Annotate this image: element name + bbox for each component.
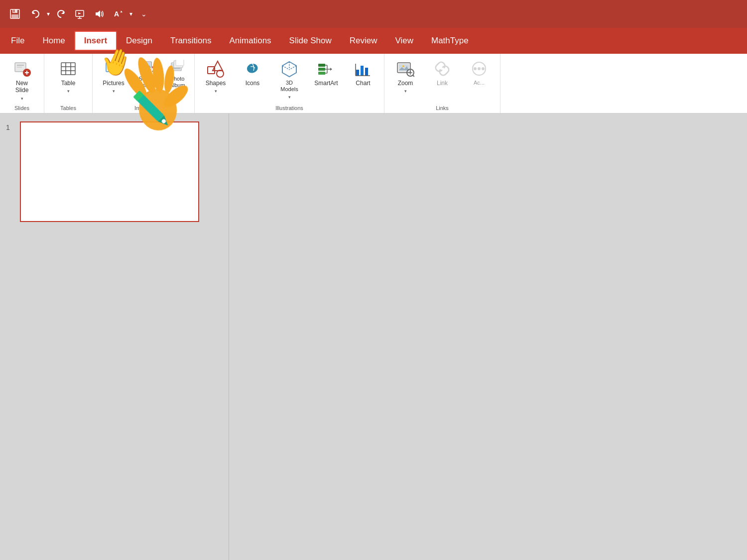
pictures-button[interactable]: Pictures ▾ 🤚: [96, 57, 131, 101]
svg-rect-43: [176, 60, 184, 66]
svg-marker-10: [96, 10, 100, 17]
menu-review[interactable]: Review: [341, 31, 386, 51]
main-area: 1: [0, 113, 747, 560]
undo-button[interactable]: [28, 6, 43, 21]
svg-rect-60: [356, 70, 359, 76]
svg-rect-51: [318, 64, 325, 67]
svg-line-49: [289, 66, 296, 70]
svg-point-46: [217, 70, 224, 77]
font-dropdown[interactable]: ▾: [129, 10, 132, 17]
font-color-button[interactable]: A: [111, 6, 125, 21]
menu-animations[interactable]: Animations: [221, 31, 280, 51]
menu-slideshow[interactable]: Slide Show: [280, 31, 341, 51]
photo-album-button[interactable]: PhotoAlbum ▾: [163, 57, 191, 101]
slide-item[interactable]: 1: [6, 121, 223, 222]
svg-rect-2: [11, 14, 18, 18]
svg-marker-59: [330, 68, 332, 71]
slide-number: 1: [6, 123, 15, 131]
table-button[interactable]: Table ▾: [50, 57, 86, 101]
menu-mathtype[interactable]: MathType: [422, 31, 478, 51]
action-button[interactable]: Ac...: [461, 57, 497, 101]
slides-group-label: Slides: [14, 105, 29, 113]
content-area: [229, 113, 747, 560]
svg-rect-62: [365, 68, 368, 76]
svg-point-68: [402, 65, 404, 67]
smartart-button[interactable]: SmartArt: [308, 57, 344, 101]
svg-rect-14: [17, 67, 22, 68]
menu-design[interactable]: Design: [117, 31, 161, 51]
svg-line-50: [282, 66, 289, 70]
svg-rect-61: [361, 66, 364, 76]
chart-button[interactable]: Chart: [345, 57, 381, 101]
svg-point-76: [482, 67, 485, 70]
svg-point-75: [478, 67, 481, 70]
svg-point-74: [474, 67, 477, 70]
svg-rect-52: [318, 68, 325, 71]
tables-group-label: Tables: [60, 105, 76, 113]
menu-insert[interactable]: Insert: [74, 31, 117, 51]
svg-line-70: [413, 75, 414, 77]
ribbon: NewSlide ▾ Slides Table ▾: [0, 54, 747, 113]
shapes-button[interactable]: Shapes ▾: [198, 57, 234, 101]
link-button[interactable]: Link: [424, 57, 460, 101]
redo-button[interactable]: [54, 6, 69, 21]
volume-button[interactable]: [92, 6, 107, 21]
menu-file[interactable]: File: [2, 31, 33, 51]
undo-dropdown[interactable]: ▾: [47, 10, 50, 17]
new-slide-button[interactable]: NewSlide ▾: [4, 57, 40, 101]
screenshot-button[interactable]: Screenshot ▾: [133, 57, 161, 101]
svg-rect-3: [13, 10, 14, 12]
svg-rect-18: [61, 63, 75, 75]
links-group-label: Links: [436, 105, 449, 113]
svg-marker-9: [78, 12, 81, 14]
svg-rect-13: [17, 65, 24, 66]
menu-bar: File Home Insert Design Transitions Anim…: [0, 28, 747, 54]
illustrations-group-label: Illustrations: [275, 105, 303, 113]
svg-text:A: A: [114, 10, 119, 18]
svg-marker-5: [61, 11, 64, 14]
menu-view[interactable]: View: [386, 31, 422, 51]
menu-transitions[interactable]: Transitions: [161, 31, 221, 51]
svg-rect-53: [318, 72, 325, 75]
slide-thumbnail[interactable]: [20, 121, 199, 222]
present-button[interactable]: [73, 6, 88, 21]
quick-access-button[interactable]: ⌄: [136, 6, 151, 21]
menu-home[interactable]: Home: [33, 31, 74, 51]
svg-point-26: [114, 64, 117, 67]
slide-panel: 1: [0, 113, 229, 560]
images-group-label: Images: [134, 105, 152, 113]
title-bar: ▾ A ▾ ⌄: [0, 0, 747, 28]
3d-models-button[interactable]: 3DModels ▾: [271, 57, 307, 101]
icons-button[interactable]: Icons: [235, 57, 270, 101]
save-button[interactable]: [6, 5, 24, 23]
zoom-button[interactable]: Zoom ▾: [387, 57, 423, 101]
svg-rect-1: [12, 9, 17, 13]
